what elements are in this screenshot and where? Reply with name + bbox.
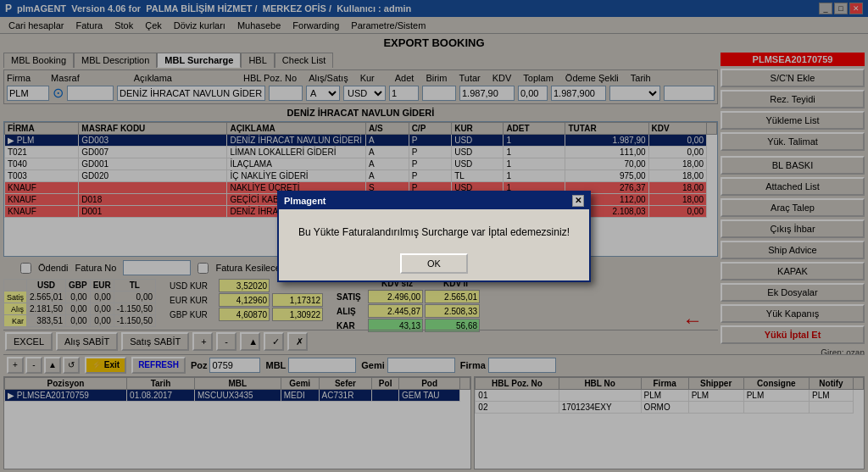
modal-title: Plmagent (284, 196, 326, 206)
modal-overlay: Plmagent ✕ Bu Yükte Faturalandırılmış Su… (0, 0, 868, 472)
modal-title-bar: Plmagent ✕ (279, 192, 589, 209)
modal-footer: OK (279, 247, 589, 280)
modal-close-btn[interactable]: ✕ (572, 195, 584, 207)
modal-body: Bu Yükte Faturalandırılmış Surcharge var… (279, 209, 589, 247)
modal-dialog: Plmagent ✕ Bu Yükte Faturalandırılmış Su… (277, 191, 591, 282)
modal-message: Bu Yükte Faturalandırılmış Surcharge var… (296, 226, 572, 238)
modal-ok-btn[interactable]: OK (400, 253, 468, 274)
